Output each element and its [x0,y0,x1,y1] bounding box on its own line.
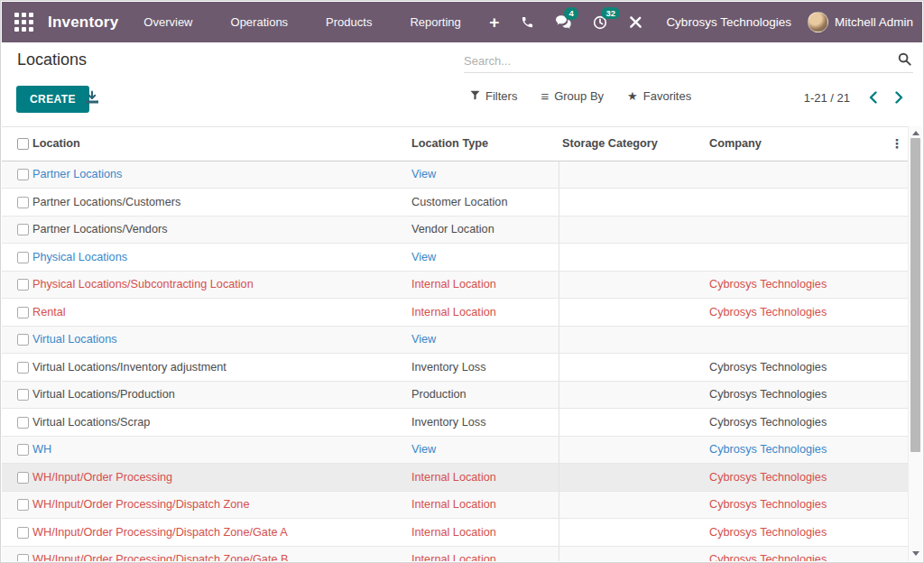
optional-columns-icon[interactable]: ⋮ [891,136,903,151]
column-header-location[interactable]: Location [29,127,408,161]
cell-location[interactable]: Rental [29,299,408,327]
row-checkbox[interactable] [17,169,29,180]
cell-storage-category[interactable] [559,189,706,217]
cell-company[interactable]: Cybrosys Technologies [706,546,884,561]
row-checkbox[interactable] [17,417,29,429]
cell-location-type[interactable]: View [408,161,559,189]
search-icon[interactable] [891,51,913,71]
search-input[interactable] [464,54,891,68]
cell-storage-category[interactable] [559,464,706,492]
cell-company[interactable]: Cybrosys Technologies [706,491,884,519]
table-row[interactable]: Physical Locations View [2,244,910,272]
user-menu[interactable]: Mitchell Admin [808,12,913,32]
pager-previous-button[interactable] [864,89,882,106]
cell-company[interactable]: Cybrosys Technologies [706,519,884,547]
cell-location[interactable]: Physical Locations [29,244,408,272]
cell-location-type[interactable]: Inventory Loss [408,409,559,437]
messages-button[interactable]: 4 [545,10,582,34]
cell-storage-category[interactable] [559,381,706,409]
cell-location-type[interactable]: Customer Location [408,189,559,217]
activities-button[interactable]: 32 [582,10,618,35]
cell-location[interactable]: WH/Input/Order Processing/Dispatch Zone [29,491,408,519]
filters-button[interactable]: Filters [470,89,517,103]
cell-location-type[interactable]: View [408,244,559,272]
cell-location-type[interactable]: View [408,436,559,464]
table-row[interactable]: WH/Input/Order Processing/Dispatch Zone … [2,491,910,519]
cell-location-type[interactable]: Internal Location [408,271,559,299]
cell-location-type[interactable]: Internal Location [408,546,559,561]
row-checkbox[interactable] [17,307,29,318]
table-row[interactable]: Partner Locations View [2,161,910,189]
cell-location[interactable]: Partner Locations/Vendors [29,216,408,244]
table-row[interactable]: Virtual Locations/Scrap Inventory Loss C… [2,409,910,437]
voip-button[interactable] [510,10,545,34]
group-by-button[interactable]: ≡ Group By [541,89,604,103]
table-row[interactable]: Partner Locations/Vendors Vendor Locatio… [2,216,910,244]
cell-storage-category[interactable] [559,216,706,244]
menu-item-operations[interactable]: Operations [231,15,289,29]
cell-location-type[interactable]: Internal Location [408,491,559,519]
cell-location[interactable]: WH/Input/Order Processing/Dispatch Zone/… [29,546,408,561]
cell-storage-category[interactable] [559,491,706,519]
cell-storage-category[interactable] [559,271,706,299]
cell-location[interactable]: Partner Locations/Customers [29,189,408,217]
create-button[interactable]: CREATE [16,86,89,113]
cell-location-type[interactable]: Internal Location [408,299,559,327]
cell-company[interactable]: Cybrosys Technologies [706,299,884,327]
cell-company[interactable]: Cybrosys Technologies [706,354,884,382]
cell-storage-category[interactable] [559,244,706,272]
cell-company[interactable] [706,244,884,272]
cell-storage-category[interactable] [559,436,706,464]
cell-company[interactable]: Cybrosys Technologies [706,436,884,464]
cell-location-type[interactable]: Vendor Location [408,216,559,244]
scrollbar-down-arrow[interactable] [909,547,922,559]
row-checkbox[interactable] [17,444,29,456]
row-checkbox[interactable] [17,224,29,235]
column-header-location-type[interactable]: Location Type [408,127,559,161]
row-checkbox[interactable] [17,197,29,208]
column-header-company[interactable]: Company [706,127,884,161]
row-checkbox[interactable] [17,527,29,539]
row-checkbox[interactable] [17,499,29,511]
cell-company[interactable]: Cybrosys Technologies [706,271,884,299]
table-row[interactable]: Virtual Locations/Inventory adjustment I… [2,354,910,382]
cell-storage-category[interactable] [559,354,706,382]
cell-location[interactable]: Virtual Locations/Production [29,381,408,409]
cell-location[interactable]: WH/Input/Order Processing [29,464,408,492]
scrollbar-up-arrow[interactable] [909,126,922,139]
cell-company[interactable] [706,216,884,244]
company-switcher[interactable]: Cybrosys Technologies [666,15,791,29]
cell-company[interactable] [706,189,884,217]
cell-location[interactable]: Physical Locations/Subcontracting Locati… [29,271,408,299]
cell-location-type[interactable]: Inventory Loss [408,354,559,382]
cell-company[interactable]: Cybrosys Technologies [706,409,884,437]
table-row[interactable]: WH/Input/Order Processing Internal Locat… [2,464,910,492]
row-checkbox[interactable] [17,279,29,291]
apps-menu-icon[interactable] [14,13,33,32]
cell-company[interactable]: Cybrosys Technologies [706,464,884,492]
menu-item-reporting[interactable]: Reporting [410,15,460,29]
select-all-checkbox[interactable] [17,138,29,150]
table-row[interactable]: Rental Internal Location Cybrosys Techno… [2,299,910,327]
cell-location[interactable]: Partner Locations [29,161,408,189]
table-row[interactable]: WH/Input/Order Processing/Dispatch Zone/… [2,519,910,547]
app-title[interactable]: Inventory [48,14,118,32]
table-row[interactable]: Partner Locations/Customers Customer Loc… [2,189,910,217]
cell-location-type[interactable]: Internal Location [408,464,559,492]
quick-create-button[interactable]: + [478,11,510,34]
cell-location[interactable]: Virtual Locations/Scrap [29,409,408,437]
tools-button[interactable] [618,10,653,34]
menu-item-products[interactable]: Products [326,15,372,29]
column-header-storage-category[interactable]: Storage Category [559,127,706,161]
row-checkbox[interactable] [17,554,29,561]
table-row[interactable]: WH View Cybrosys Technologies [2,436,910,464]
table-row[interactable]: Physical Locations/Subcontracting Locati… [2,271,910,299]
table-row[interactable]: Virtual Locations View [2,326,910,354]
cell-location-type[interactable]: Internal Location [408,519,559,547]
scrollbar-thumb[interactable] [910,138,920,452]
row-checkbox[interactable] [17,334,29,346]
cell-company[interactable] [706,326,884,354]
row-checkbox[interactable] [17,389,29,401]
cell-location[interactable]: Virtual Locations [29,326,408,354]
menu-item-overview[interactable]: Overview [143,15,192,29]
